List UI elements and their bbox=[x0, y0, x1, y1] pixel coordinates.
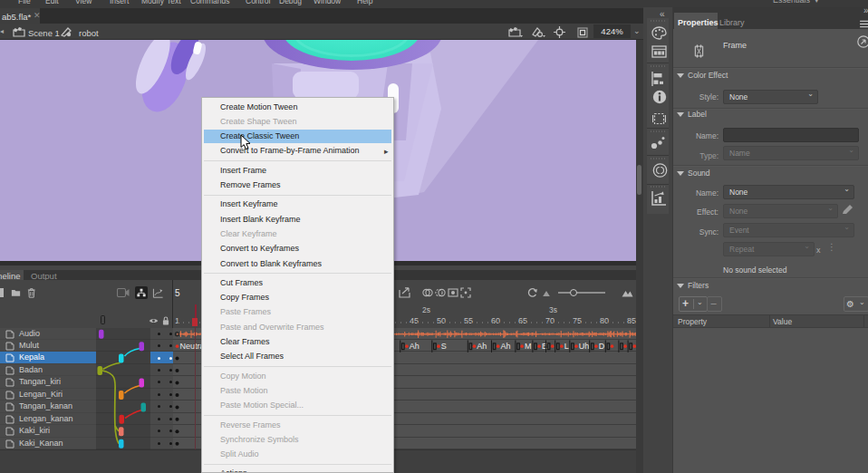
svg-text:Ah: Ah bbox=[410, 342, 420, 351]
svg-text:L: L bbox=[564, 342, 569, 351]
svg-text:M: M bbox=[525, 342, 532, 351]
svg-text:Ah: Ah bbox=[477, 342, 487, 351]
svg-text:Ah: Ah bbox=[501, 342, 511, 351]
svg-text:E: E bbox=[542, 342, 547, 351]
svg-text:D: D bbox=[599, 342, 605, 351]
svg-text:Uh: Uh bbox=[579, 342, 590, 351]
svg-text:S: S bbox=[441, 342, 447, 351]
